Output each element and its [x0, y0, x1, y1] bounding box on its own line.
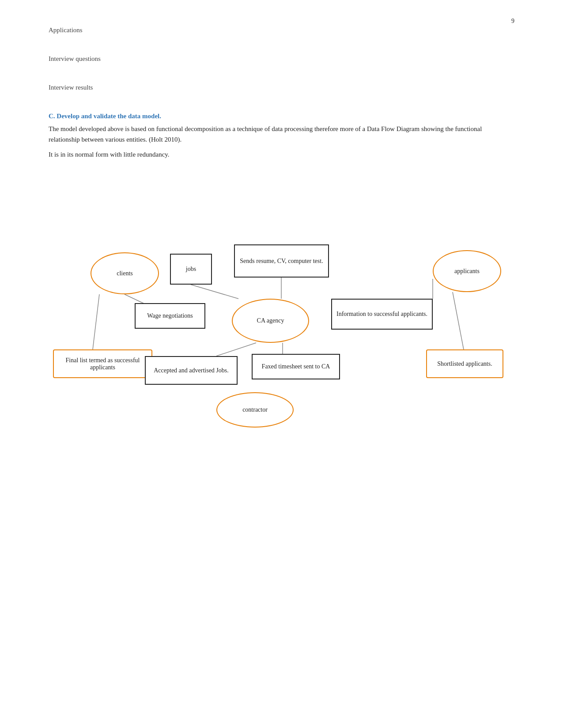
clients-node: clients: [91, 252, 159, 294]
section-body2: It is in its normal form with little red…: [49, 149, 514, 160]
final-list-node: Final list termed as successful applican…: [53, 349, 152, 378]
sends-resume-node: Sends resume, CV, computer test.: [234, 244, 329, 278]
jobs-node: jobs: [170, 254, 212, 285]
page: 9 Applications Interview questions Inter…: [0, 0, 563, 728]
interview-questions-item: Interview questions: [49, 55, 514, 63]
applications-item: Applications: [49, 26, 514, 34]
faxed-timesheet-node: Faxed timesheet sent to CA: [252, 354, 340, 379]
section-body1: The model developed above is based on fu…: [49, 124, 514, 145]
applications-text: Applications: [49, 26, 83, 34]
interview-questions-text: Interview questions: [49, 55, 101, 62]
diagram-area: clients jobs Sends resume, CV, computer …: [49, 173, 514, 429]
applicants-node: applicants: [433, 250, 501, 292]
interview-results-text: Interview results: [49, 84, 93, 91]
svg-line-1: [93, 294, 99, 349]
svg-line-2: [216, 343, 256, 356]
section-heading: C. Develop and validate the data model.: [49, 113, 514, 120]
info-successful-node: Information to successful applicants.: [331, 299, 433, 330]
svg-line-7: [191, 285, 238, 299]
interview-results-item: Interview results: [49, 84, 514, 91]
page-number: 9: [511, 18, 514, 25]
accepted-jobs-node: Accepted and advertised Jobs.: [145, 356, 238, 385]
wage-negotiations-node: Wage negotiations: [135, 303, 205, 329]
svg-line-5: [453, 292, 464, 349]
section-c: C. Develop and validate the data model. …: [49, 113, 514, 160]
ca-agency-node: CA agency: [232, 299, 309, 343]
contractor-node: contractor: [216, 392, 294, 428]
shortlisted-node: Shortlisted applicants.: [426, 349, 503, 378]
